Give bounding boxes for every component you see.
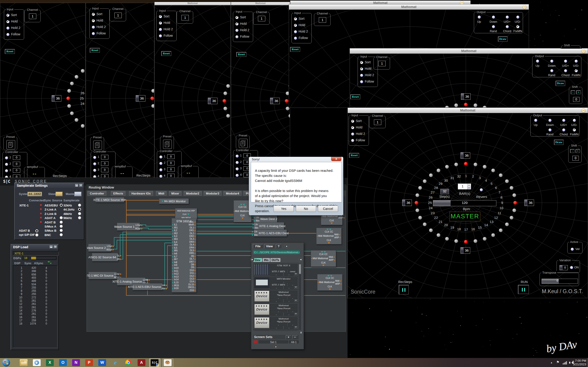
module-wave-source-2[interactable]: Wave Source 2 LOut ROut	[88, 244, 111, 252]
reset-button[interactable]: Reset	[349, 153, 359, 158]
device-channel-field[interactable]: -	[288, 283, 297, 286]
module-wave-dest-2[interactable]: LIn RInWave Dest 2	[254, 215, 277, 223]
step-dot-26[interactable]	[67, 89, 71, 93]
controller-1-radio[interactable]	[5, 156, 8, 159]
controller-3-radio[interactable]	[93, 169, 96, 172]
controller-value[interactable]: 0	[13, 162, 20, 166]
sync-source-radio-smuxb[interactable]	[60, 229, 63, 232]
device-field[interactable]: -	[270, 273, 283, 275]
controller-3-radio[interactable]	[5, 169, 8, 172]
reset-button[interactable]: Reset	[236, 52, 246, 57]
minimize-icon[interactable]	[582, 49, 586, 53]
output-fixmn-radio[interactable]	[516, 25, 519, 28]
channel-value[interactable]: 1	[374, 119, 381, 125]
device-tab-outs[interactable]: OUTs	[270, 258, 281, 262]
spinner-handle[interactable]	[208, 98, 211, 104]
module-mic-di-source[interactable]: XITE-1 MIC-DI Source LOut ROut	[88, 272, 116, 279]
minimize-icon[interactable]	[523, 5, 527, 9]
input-follow-radio[interactable]	[92, 32, 95, 35]
module-wave-source-1[interactable]: Wave Source 1 LOut ROut	[117, 223, 140, 231]
input-sort-radio[interactable]	[351, 120, 354, 123]
shift-plus-button[interactable]: +	[576, 90, 581, 94]
spinner-handle[interactable]	[136, 95, 139, 101]
device-list-item[interactable]: DeviceMattomat*New Preset----	[253, 290, 299, 303]
scrollbar-thumb[interactable]	[299, 264, 301, 274]
input-hold2-radio[interactable]	[159, 28, 162, 31]
master-button[interactable]	[74, 192, 82, 196]
device-channel-field[interactable]: -	[288, 310, 297, 312]
controller-4-radio[interactable]	[93, 175, 96, 178]
step-dot-26[interactable]	[151, 89, 154, 93]
output-up-radio[interactable]	[534, 119, 537, 122]
routing-tab-hardware-ios[interactable]: Hardware IOs	[129, 191, 153, 196]
output-down-radio[interactable]	[492, 16, 495, 19]
screen-set-remove-button[interactable]: −	[292, 335, 298, 339]
dialog-yes-button[interactable]: Yes	[274, 206, 294, 212]
output-down-radio[interactable]	[548, 119, 552, 122]
taskbar-icon-acrobat[interactable]: A	[138, 359, 145, 366]
step-range-spinner[interactable]: 36	[136, 95, 145, 102]
spinner-handle[interactable]	[525, 200, 527, 206]
screen-set-name[interactable]: Set 1	[259, 340, 288, 343]
step-dot-29[interactable]	[81, 69, 85, 73]
output-up-radio[interactable]	[478, 16, 481, 19]
scroll-left-icon[interactable]: ▶	[250, 257, 254, 261]
device-name-field[interactable]: Mattomat	[270, 317, 297, 320]
output-u/d+-radio[interactable]	[506, 16, 509, 19]
dropdown-icon[interactable]	[295, 300, 297, 302]
preset-button[interactable]	[6, 140, 15, 149]
spinner-handle[interactable]	[461, 152, 464, 158]
controller-value[interactable]: 0	[101, 168, 108, 172]
step-dot-29[interactable]	[429, 173, 433, 177]
vel-radio[interactable]	[571, 248, 574, 251]
device-list-item[interactable]: DeviceMattomat*New Preset----	[253, 303, 299, 316]
device-field[interactable]: -	[270, 300, 283, 302]
tray-expand-icon[interactable]: ▲	[550, 361, 553, 364]
controller-4-radio[interactable]	[5, 176, 8, 178]
device-channel-field[interactable]: -	[288, 297, 297, 299]
device-midi-field[interactable]: -	[270, 323, 287, 326]
reset-button[interactable]: Reset	[290, 47, 300, 52]
close-icon[interactable]: ✕	[79, 184, 82, 187]
step-dot-10[interactable]	[512, 209, 516, 212]
device-field[interactable]: -	[284, 273, 294, 275]
routing-tab-midi[interactable]: Midi	[156, 191, 166, 196]
revers-radio[interactable]	[480, 188, 483, 191]
step-dot-30[interactable]	[437, 169, 440, 172]
taskbar-icon-paint[interactable]	[164, 359, 172, 366]
input-hold2-radio[interactable]	[92, 26, 95, 29]
controller-value[interactable]: 0	[167, 167, 174, 172]
controller-value[interactable]: 0	[13, 175, 20, 178]
spinner-handle[interactable]	[270, 98, 273, 104]
controller-2-radio[interactable]	[236, 161, 239, 164]
input-sort-radio[interactable]	[92, 13, 95, 16]
routing-canvas[interactable]: XITE-1 MIDI SourceMidiMInMIDI MonitorMid…	[87, 196, 346, 331]
device-midi-field[interactable]: XITE-1 MIDI	[270, 283, 287, 286]
recsteps-pause-button[interactable]	[399, 285, 409, 294]
controller-3-radio[interactable]	[236, 167, 239, 170]
input-sort-radio[interactable]	[159, 15, 162, 18]
taskbar-icon-explorer[interactable]	[20, 359, 27, 366]
clock[interactable]: 7:00 PM 3/21/2023	[571, 359, 586, 366]
controller-value[interactable]: 0	[167, 154, 174, 159]
window-titlebar-sliver[interactable]: Mattomat	[231, 2, 290, 5]
step-dot-17[interactable]	[464, 240, 468, 244]
input-hold2-radio[interactable]	[6, 27, 9, 30]
step-dot-9[interactable]	[513, 201, 517, 205]
preset-button[interactable]	[93, 141, 102, 150]
device-channel-field[interactable]: -	[288, 323, 297, 326]
module-xite1-midi-source[interactable]: XITE-1 MIDI SourceMidi	[95, 197, 124, 202]
channel-value[interactable]: 1	[319, 17, 326, 23]
controller-value[interactable]: 0	[13, 155, 20, 160]
device-midi-field[interactable]: XITE-1 MIDI	[270, 270, 287, 273]
step-range-spinner[interactable]: 36	[208, 98, 217, 104]
draw-button[interactable]: Draw	[554, 140, 564, 145]
output-chord-radio[interactable]	[564, 69, 567, 72]
screen-set-alt[interactable]: Alt-1	[289, 340, 299, 343]
variation-spinner[interactable]: 0	[560, 265, 568, 270]
input-radio-adatb[interactable]	[35, 229, 38, 232]
device-channel-field[interactable]: omni	[288, 270, 297, 273]
sync-source-radio-adata[interactable]	[60, 216, 63, 219]
device-field[interactable]: -	[284, 313, 294, 315]
step-dot-25[interactable]	[223, 99, 226, 103]
